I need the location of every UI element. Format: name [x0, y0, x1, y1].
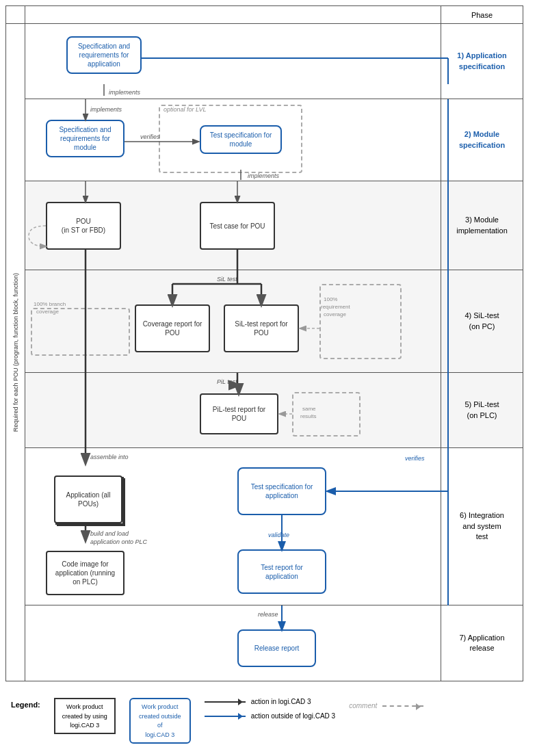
phase-header: Phase [471, 11, 493, 19]
branch-coverage-region [31, 308, 130, 356]
arrow-black-icon [205, 701, 246, 703]
svg-text:application onto PLC: application onto PLC [90, 538, 148, 545]
optional-lvl-label: optional for LVL [163, 106, 207, 113]
row7-content: Release report release [25, 605, 441, 681]
sil-test-report-box: SiL-test report for POU [224, 304, 299, 352]
legend-action-logicad: action in logi.CAD 3 [205, 698, 335, 705]
phase7-label: 7) Applicationrelease [459, 633, 504, 654]
test-spec-module-box: Test specification for module [200, 125, 282, 154]
phase6-label-col: 6) Integrationand systemtest [441, 448, 523, 605]
legend-comment: comment [349, 702, 423, 709]
test-case-box: Test case for POU [200, 202, 275, 250]
rotated-label-col: Required for each POU (program, function… [6, 24, 25, 681]
legend-box-blue: Work product created outside of logi.CAD… [129, 698, 191, 744]
code-image-box: Code image for application (running on P… [46, 551, 125, 595]
svg-text:build and load: build and load [90, 530, 129, 537]
req-coverage-region [319, 284, 402, 359]
svg-text:implements: implements [90, 106, 122, 113]
row2-content: optional for LVL Specification and requi… [25, 99, 441, 181]
svg-text:SiL test: SiL test [217, 276, 237, 283]
pou-box: POU (in ST or FBD) [46, 202, 121, 250]
svg-text:assemble into: assemble into [90, 454, 129, 460]
svg-text:verifies: verifies [140, 133, 160, 140]
legend-action-outside: action outside of logi.CAD 3 [205, 712, 335, 720]
row5-content: PiL-test report for POU PiL test [25, 373, 441, 447]
phase7-label-col: 7) Applicationrelease [441, 605, 523, 681]
svg-text:PiL test: PiL test [217, 378, 237, 385]
phase2-label: 2) Modulespecification [459, 129, 505, 151]
phase4-label: 4) SiL-test(on PC) [464, 311, 499, 332]
row4-content: Coverage report for POU SiL-test report … [25, 270, 441, 372]
main-container: Phase Required for each POU (program, fu… [0, 0, 537, 756]
phase3-label-col: 3) Moduleimplementation [441, 181, 523, 270]
phase5-label-col: 5) PiL-test(on PLC) [441, 373, 523, 447]
required-region: POU (in ST or FBD) Test case for POU [25, 181, 523, 448]
legend-box-black: Work product created by using logi.CAD 3 [54, 698, 116, 734]
phase3-label: 3) Moduleimplementation [456, 215, 508, 236]
svg-text:verifies: verifies [405, 455, 425, 462]
phase4-label-col: 4) SiL-test(on PC) [441, 270, 523, 372]
phase1-label: 1) Applicationspecification [457, 51, 506, 72]
coverage-report-box: Coverage report for POU [135, 304, 210, 352]
release-report-box: Release report [237, 629, 316, 667]
svg-text:release: release [258, 611, 278, 618]
test-report-app-box: Test report for application [237, 549, 326, 594]
arrow-dashed-icon [382, 705, 423, 707]
test-spec-app-box: Test specification for application [237, 467, 326, 515]
application-stack: Application (all POUs) [54, 475, 122, 523]
row1-content: Specification and requirements for appli… [25, 24, 441, 99]
pil-test-report-box: PiL-test report for POU [200, 393, 278, 434]
svg-text:implements: implements [109, 89, 141, 96]
phase6-label: 6) Integrationand systemtest [460, 510, 504, 542]
svg-text:100% branch: 100% branch [34, 301, 66, 307]
arrow-blue-icon [205, 716, 246, 717]
legend-title: Legend: [11, 701, 40, 709]
spec-req-module-box: Specification and requirements for modul… [46, 120, 125, 157]
phase1-label-col: 1) Applicationspecification [441, 24, 523, 99]
row3-content: POU (in ST or FBD) Test case for POU [25, 181, 441, 270]
rotated-label: Required for each POU (program, function… [12, 270, 19, 434]
row6-content: Application (all POUs) Test specificatio… [25, 448, 441, 605]
svg-text:implements: implements [248, 172, 280, 179]
svg-text:validate: validate [268, 532, 289, 538]
same-results-region [292, 392, 361, 436]
phase2-label-col: 2) Modulespecification [441, 99, 523, 181]
phase5-label: 5) PiL-test(on PLC) [464, 400, 499, 421]
spec-req-app-box: Specification and requirements for appli… [66, 36, 142, 74]
legend-area: Legend: Work product created by using lo… [5, 692, 532, 749]
